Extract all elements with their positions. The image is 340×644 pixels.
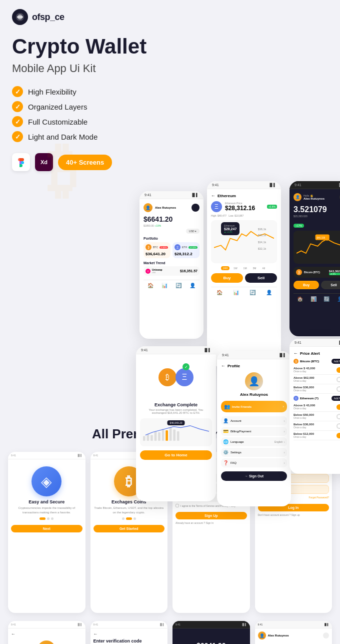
figma-badge	[12, 153, 30, 171]
verify-header: 9:41▐▌▌	[90, 621, 168, 628]
hero-title: Crypto Wallet	[12, 35, 328, 58]
feature-item-2: Organized Layers	[12, 101, 328, 112]
dark-balance: $6641.20	[176, 641, 247, 644]
signup-footer: Already have an account ? Sign In	[176, 521, 214, 524]
phone-portfolio-header: 9:41 ▐▌▌	[140, 191, 204, 199]
sign-out-btn[interactable]: → Sign Out	[221, 471, 287, 481]
exchange-sub: Your exchange has been completed. You ex…	[140, 408, 212, 414]
signin-footer: Don't have account account ? Sign up	[258, 513, 300, 516]
phone-profile: 9:41▐▌▌ ← Profile 👤 Alex Rutuynos 👥 I	[217, 351, 291, 506]
uni-price: $16,351.57	[180, 269, 198, 273]
verify-body: ← Enter verification code Enter the 4-di…	[90, 628, 168, 644]
tool-badges: Xd 40+ Screens	[12, 153, 328, 171]
phone-portfolio: 9:41 ▐▌▌ 👤 Alex Rutuynos $6641.20 $1950.…	[140, 191, 204, 339]
toggle-5[interactable]	[336, 414, 340, 419]
dark2-body: 👤 Alex Rutuynos $6641.20 $1950.00 +19%	[255, 628, 332, 644]
check-icon-1	[12, 86, 23, 97]
eth-alert-row-4: Below $12,000Once a day	[294, 431, 340, 440]
hero-subtitle: Mobile App Ui Kit	[12, 62, 328, 75]
alert-row-1: Above $ 43,000Once a day	[294, 365, 340, 375]
exchange-header: 9:41▐▌▌	[136, 346, 216, 354]
bottom-profile-name: Alex Rutuynos	[268, 634, 289, 637]
eth-price: $28,312.16	[225, 205, 255, 212]
alert-row-2: Above $62,000Once a day	[294, 375, 340, 384]
toggle-2[interactable]	[336, 377, 340, 382]
ethereum-title: Ethereum	[218, 194, 236, 198]
svg-text:$32,1k: $32,1k	[258, 248, 266, 251]
svg-rect-19	[177, 431, 180, 441]
easy-secure-header: 9:41▐▌▌	[8, 452, 86, 459]
svg-rect-13	[154, 431, 157, 441]
toggle-1[interactable]	[336, 367, 340, 373]
check-icon-2	[12, 101, 23, 112]
dark2-header: 9:41▐▌▌	[255, 621, 332, 628]
verify-title: Enter verification code	[94, 638, 142, 643]
alert-row-3: Below $36,000Once a day	[294, 384, 340, 394]
screen-dark-1: 9:41▐▌▌ $6641.20 $1950.00	[172, 621, 250, 644]
dark-price-body: 👤 Hello 👋 Alex Rutuynos 3.521079 $15,263…	[290, 189, 340, 336]
check-icon-4	[12, 131, 23, 142]
phone-ethereum-body: ← Ethereum Ξ Ethereum Price $28,312.16 +…	[207, 189, 281, 366]
portfolio-btc: $36,641.20	[146, 252, 168, 256]
progress-dots-1	[40, 517, 54, 520]
feature-label-2: Organized Layers	[28, 103, 87, 111]
btc-add-alert[interactable]: Add New	[332, 359, 340, 364]
profile-name: Alex Rutuynos	[221, 392, 287, 397]
easy-secure-sub: Cryptocurrencies impede the traceability…	[11, 506, 82, 514]
easy-secure-next-btn[interactable]: Next	[11, 525, 82, 532]
feature-item-3: Full Customizable	[12, 116, 328, 127]
screen-two-step: 9:41▐▌▌ ← ₿ Set up 2-step verification E…	[8, 621, 86, 644]
dark1-body: $6641.20 $1950.00	[172, 628, 250, 644]
eth-alert-row-3: Below $36,000Once a day	[294, 421, 340, 431]
screen-dark-2: 9:41▐▌▌ 👤 Alex Rutuynos $6641.20 $1950.0…	[255, 621, 332, 644]
features-list: High Flexibility Organized Layers Full C…	[12, 86, 328, 142]
screens-badge: 40+ Screens	[58, 155, 112, 170]
phone-ethereum-header: 9:41 ▐▌▌	[207, 181, 281, 189]
phone-price-alert: 9:41▐▌▌ ← Price Alert ₿ Bitcoin (BTC) Ad…	[290, 339, 340, 474]
svg-rect-16	[166, 430, 168, 441]
svg-rect-10	[143, 436, 146, 441]
phone-dark-price: 9:41 ▐▌▌ 👤 Hello 👋 Alex Rutuynos 3.52107…	[290, 181, 340, 336]
logo-text: ofsp_ce	[32, 12, 64, 23]
toggle-7[interactable]	[336, 433, 340, 438]
svg-rect-2	[17, 17, 23, 18]
alert-body: ← Price Alert ₿ Bitcoin (BTC) Add New Ab…	[290, 347, 340, 474]
exchange-body: ₿ Ξ ✓ Exchange Complete Your exchange ha…	[136, 354, 216, 501]
eth-add-alert[interactable]: Add New	[332, 396, 340, 401]
feature-label-3: Full Customizable	[28, 118, 88, 126]
two-step-body: ← ₿ Set up 2-step verification Enter you…	[8, 628, 86, 644]
eth-sell-btn[interactable]: Sell	[245, 273, 277, 283]
go-home-btn[interactable]: Go to Home	[140, 450, 212, 460]
feature-item-1: High Flexibility	[12, 86, 328, 97]
progress-dots-2	[122, 517, 136, 520]
market-trend-label: Market Trend	[144, 261, 200, 265]
eth-alert-row-1: Above $ 43,000Once a day	[294, 402, 340, 412]
dark-buy-btn[interactable]: Buy	[294, 281, 319, 289]
screen-easy-secure: 9:41▐▌▌ Easy and Secure Cryptocurrencies…	[8, 452, 86, 613]
logo-icon	[12, 9, 28, 25]
exchange-title: Exchange Complete	[154, 402, 198, 407]
feature-label-1: High Flexibility	[28, 88, 76, 96]
eth-buy-btn[interactable]: Buy	[211, 273, 243, 283]
signup-btn[interactable]: Sign Up	[176, 512, 247, 519]
coin-blue-icon	[32, 466, 62, 496]
terms-checkbox[interactable]	[176, 504, 179, 507]
signin-footer-text: Don't have account account ? Sign up	[258, 513, 300, 516]
exchange-coins-sub: Trade Bitcoin, Ethereum, USDT, and the t…	[94, 506, 165, 514]
header: ofsp_ce	[0, 0, 340, 30]
portfolio-balance: $6641.20	[144, 215, 200, 223]
toggle-4[interactable]	[336, 404, 340, 410]
signup-footer-text: Already have an account ? Sign In	[176, 521, 214, 524]
mockups-container: 9:41 ▐▌▌ 👤 Alex Rutuynos $6641.20 $1950.…	[12, 181, 328, 396]
xd-badge: Xd	[35, 153, 53, 171]
exchange-coins-start-btn[interactable]: Get Started	[94, 525, 165, 532]
svg-text:$46,335: $46,335	[316, 237, 325, 239]
toggle-3[interactable]	[336, 386, 340, 392]
phone-ethereum: 9:41 ▐▌▌ ← Ethereum Ξ Ethereum Price $28…	[207, 181, 281, 366]
profile-header: 9:41▐▌▌	[217, 351, 291, 359]
eth-alert-row-2: Below $50,000Once a day	[294, 412, 340, 421]
invite-label: Invite Friends	[232, 405, 252, 408]
portfolio-eth: $28,312.2	[174, 252, 198, 256]
toggle-6[interactable]	[336, 423, 340, 429]
dark-sell-btn[interactable]: Sell	[321, 281, 340, 289]
